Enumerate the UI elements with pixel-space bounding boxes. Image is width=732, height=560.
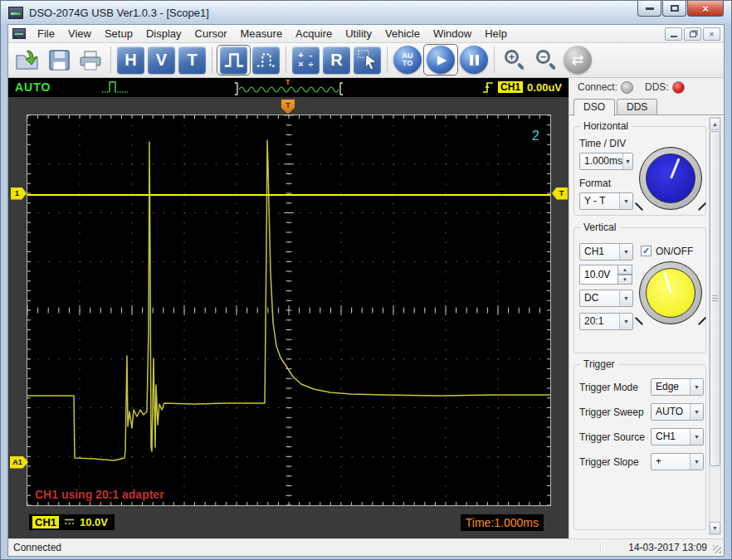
scroll-down-button[interactable]: ▼ [710,522,720,534]
auto-label-bottom: TO [403,60,412,67]
channel-onoff[interactable]: ✓ ON/OFF [641,246,693,257]
chevron-down-icon[interactable]: ▼ [690,379,703,395]
maximize-button[interactable] [662,1,686,17]
close-icon: × [702,2,709,15]
vertical-button[interactable]: V [148,46,175,74]
onoff-label: ON/OFF [656,246,693,257]
math-button[interactable]: +- ×÷ [292,46,320,74]
channel-select[interactable]: CH1 ▼ [579,243,633,261]
print-button[interactable] [75,45,106,75]
tab-dds[interactable]: DDS [617,99,657,114]
menu-item-file[interactable]: File [31,26,61,41]
run-button[interactable]: ▶ [427,46,455,74]
checkbox-checked-icon[interactable]: ✓ [641,246,651,256]
channel-badge: CH1 [32,516,59,528]
dds-led-icon [672,81,685,94]
chevron-down-icon[interactable]: ▼ [619,244,632,260]
connection-status-row: Connect: DDS: [569,78,724,97]
horizontal-group: Horizontal Time / DIV 1.000ms ▼ Format Y… [573,126,706,216]
pulse-normal-selected-frame [217,45,251,75]
autoset-button[interactable]: AU TO [393,46,422,74]
menu-item-cursor[interactable]: Cursor [188,26,234,41]
mdi-close-button[interactable]: × [703,27,720,41]
pulse-persist-button[interactable] [252,46,280,74]
toolbar: H V T [8,43,724,78]
horizontal-knob[interactable] [639,147,702,210]
connection-status-text: Connected [13,542,61,553]
menu-item-help[interactable]: Help [478,26,514,41]
spin-down-icon[interactable]: ▼ [618,275,632,285]
pause-button[interactable] [460,46,488,74]
tab-dso[interactable]: DSO [573,99,615,116]
save-floppy-icon [48,49,71,71]
chevron-down-icon[interactable]: ▼ [690,404,703,420]
open-button[interactable] [12,45,43,75]
panel-scrollbar[interactable]: ▲ ▼ [709,117,721,535]
cursor-pointer-button[interactable] [354,46,381,74]
transfer-arrows-icon: ⇄ [571,51,583,69]
trigger-mode-select[interactable]: Edge ▼ [651,378,704,396]
mdi-minimize-button[interactable] [665,27,682,41]
trigger-slope-select[interactable]: + ▼ [651,453,704,470]
math-a1-marker[interactable]: A1 [10,456,28,469]
svg-text:CH1 using 20:1 adapter: CH1 using 20:1 adapter [35,488,164,501]
dc-coupling-icon [64,518,75,526]
resize-grip-icon[interactable] [713,545,721,553]
scope-grid[interactable]: 2CH1 using 20:1 adapter [27,114,551,506]
scroll-up-button[interactable]: ▲ [710,118,720,130]
toolbar-separator [110,46,111,73]
vertical-knob[interactable] [639,261,702,324]
scope-display: 2CH1 using 20:1 adapter 1 A1 T T CH1 [8,97,569,538]
menu-item-utility[interactable]: Utility [339,26,378,41]
printer-icon [78,49,103,71]
horizontal-group-label: Horizontal [580,120,632,132]
pointer-arrow-icon [356,48,379,71]
trigger-position-marker[interactable]: T [281,100,295,114]
reference-button[interactable]: R [323,46,350,74]
menu-item-acquire[interactable]: Acquire [289,26,339,41]
pulse-normal-button[interactable] [220,46,247,74]
menu-item-vehicle[interactable]: Vehicle [378,26,427,41]
trigger-source-select[interactable]: CH1 ▼ [651,428,704,446]
chevron-down-icon[interactable]: ▼ [690,454,703,470]
menu-item-view[interactable]: View [61,26,98,41]
zoom-out-button[interactable]: − [530,45,562,75]
scope-waveform-svg: 2CH1 using 20:1 adapter [27,115,550,505]
zoom-in-button[interactable]: + [499,45,530,75]
format-label: Format [579,178,611,189]
toolbar-separator [494,46,495,73]
probe-ratio-select[interactable]: 20:1 ▼ [579,313,633,330]
format-select[interactable]: Y - T ▼ [579,192,633,210]
save-button[interactable] [43,45,75,75]
menu-item-setup[interactable]: Setup [98,26,139,41]
trigger-source-label: Trigger Source [579,431,645,443]
scrollbar-thumb[interactable] [710,131,720,466]
v-label: V [156,51,167,70]
channel1-position-marker[interactable]: 1 [11,187,27,200]
chevron-down-icon[interactable]: ▼ [619,290,632,306]
trigger-sweep-select[interactable]: AUTO ▼ [651,403,704,421]
trigger-level-marker[interactable]: T [552,187,568,200]
time-div-select[interactable]: 1.000ms ▼ [579,153,633,170]
menu-item-window[interactable]: Window [427,26,478,41]
mdi-minimize-icon [671,36,677,37]
spin-up-icon[interactable]: ▲ [618,265,632,275]
horizontal-button[interactable]: H [117,46,144,74]
chevron-down-icon[interactable]: ▼ [619,193,632,209]
math-operators-icon: +- ×÷ [296,51,316,69]
chevron-down-icon[interactable]: ▼ [622,153,632,169]
trigger-button[interactable]: T [178,46,206,74]
volts-per-div-readout: 10.0V [80,516,108,528]
coupling-select[interactable]: DC ▼ [579,290,633,307]
chevron-down-icon[interactable]: ▼ [619,314,632,329]
mdi-restore-button[interactable] [684,27,701,41]
volts-div-value[interactable]: 10.0V [579,265,618,285]
minimize-button[interactable] [637,1,661,17]
waveform-preview-bar[interactable]: T [234,79,344,97]
time-per-div-readout: Time:1.000ms [461,514,544,531]
chevron-down-icon[interactable]: ▼ [690,429,703,445]
volts-div-stepper[interactable]: 10.0V ▲ ▼ [579,265,632,285]
close-button[interactable]: × [687,1,724,17]
menu-item-display[interactable]: Display [139,26,188,41]
menu-item-measure[interactable]: Measure [234,26,290,41]
